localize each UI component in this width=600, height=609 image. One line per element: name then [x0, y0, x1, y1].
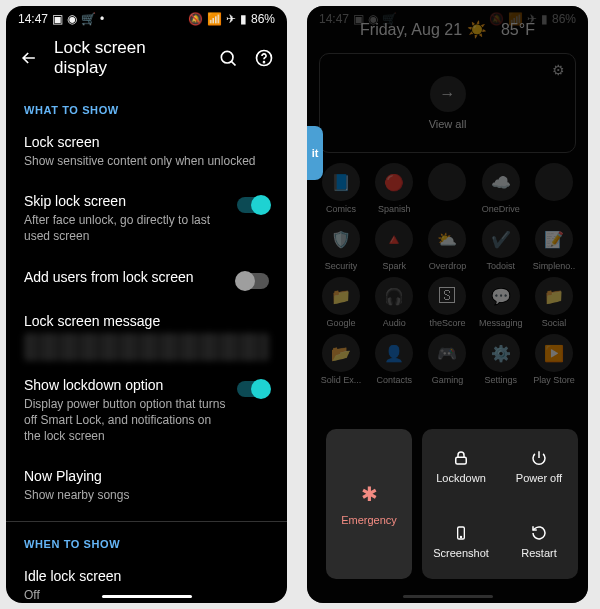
app-icon: 📁 [322, 277, 360, 315]
app-solid-ex-[interactable]: 📂 Solid Ex... [316, 334, 366, 385]
app-icon: 🔴 [375, 163, 413, 201]
page-title: Lock screen display [54, 38, 203, 78]
app-messaging[interactable]: 💬 Messaging [476, 277, 526, 328]
emergency-button[interactable]: ✱ Emergency [326, 429, 412, 579]
app-label: Gaming [432, 375, 464, 385]
app-blank [529, 163, 579, 214]
gesture-nav-bar[interactable] [102, 595, 192, 598]
power-off-label: Power off [516, 472, 562, 484]
app-simpleno-[interactable]: 📝 Simpleno.. [529, 220, 579, 271]
toggle-add-users[interactable] [237, 273, 269, 289]
app-spark[interactable]: 🔺 Spark [369, 220, 419, 271]
app-gaming[interactable]: 🎮 Gaming [422, 334, 472, 385]
side-tab[interactable]: it [307, 126, 323, 180]
app-spanish[interactable]: 🔴 Spanish [369, 163, 419, 214]
toggle-show-lockdown[interactable] [237, 381, 269, 397]
setting-title: Skip lock screen [24, 193, 227, 209]
temp-text: 85°F [501, 21, 535, 38]
back-button[interactable] [18, 47, 40, 69]
app-label: theScore [429, 318, 465, 328]
svg-point-2 [264, 62, 265, 63]
app-security[interactable]: 🛡️ Security [316, 220, 366, 271]
app-play-store[interactable]: ▶️ Play Store [529, 334, 579, 385]
app-icon: 📘 [322, 163, 360, 201]
setting-title: Idle lock screen [24, 568, 269, 584]
screenshot-label: Screenshot [433, 547, 489, 559]
svg-point-5 [460, 536, 461, 537]
setting-title: Now Playing [24, 468, 269, 484]
date-text: Friday, Aug 21 [360, 21, 462, 38]
weather-icon: ☀️ [467, 21, 487, 38]
power-grid: Lockdown Power off Screenshot Restart [422, 429, 578, 579]
app-icon: 👤 [375, 334, 413, 372]
app-icon: ▶️ [535, 334, 573, 372]
app-audio[interactable]: 🎧 Audio [369, 277, 419, 328]
app-contacts[interactable]: 👤 Contacts [369, 334, 419, 385]
setting-lock-message[interactable]: Lock screen message [6, 303, 287, 331]
app-overdrop[interactable]: ⛅ Overdrop [422, 220, 472, 271]
lockdown-button[interactable]: Lockdown [422, 429, 500, 504]
more-icon: • [100, 12, 104, 26]
app-comics[interactable]: 📘 Comics [316, 163, 366, 214]
app-settings[interactable]: ⚙️ Settings [476, 334, 526, 385]
app-onedrive[interactable]: ☁️ OneDrive [476, 163, 526, 214]
app-label: Solid Ex... [321, 375, 362, 385]
app-label: Audio [383, 318, 406, 328]
screenshot-button[interactable]: Screenshot [422, 504, 500, 579]
app-icon [535, 163, 573, 201]
gesture-nav-bar[interactable] [403, 595, 493, 598]
asterisk-icon: ✱ [361, 482, 378, 506]
app-label: Overdrop [429, 261, 467, 271]
divider [6, 521, 287, 522]
app-label: Play Store [533, 375, 575, 385]
setting-sub: Show sensitive content only when unlocke… [24, 153, 269, 169]
setting-sub: Show nearby songs [24, 487, 269, 503]
app-todoist[interactable]: ✔️ Todoist [476, 220, 526, 271]
wifi-icon: 📶 [207, 12, 222, 26]
restart-label: Restart [521, 547, 556, 559]
glance-widget[interactable]: ⚙ → View all [319, 53, 576, 153]
dnd-icon: 🔕 [188, 12, 203, 26]
date-widget[interactable]: Friday, Aug 21 ☀️ 85°F [313, 6, 582, 47]
status-battery: 86% [251, 12, 275, 26]
app-social[interactable]: 📁 Social [529, 277, 579, 328]
setting-lock-screen[interactable]: Lock screen Show sensitive content only … [6, 124, 287, 183]
app-google[interactable]: 📁 Google [316, 277, 366, 328]
view-all-button[interactable]: → View all [429, 76, 467, 130]
search-button[interactable] [217, 47, 239, 69]
app-icon: ⚙️ [482, 334, 520, 372]
app-icon: 🔺 [375, 220, 413, 258]
app-icon: 🅂 [428, 277, 466, 315]
toggle-skip-lock-screen[interactable] [237, 197, 269, 213]
setting-now-playing[interactable]: Now Playing Show nearby songs [6, 458, 287, 517]
app-label: Spanish [378, 204, 411, 214]
status-bar: 14:47 ▣ ◉ 🛒 • 🔕 📶 ✈ ▮ 86% [6, 6, 287, 28]
view-all-label: View all [429, 118, 467, 130]
redacted-message-value [24, 333, 269, 361]
power-off-button[interactable]: Power off [500, 429, 578, 504]
setting-add-users[interactable]: Add users from lock screen [6, 259, 287, 303]
battery-icon: ▮ [240, 12, 247, 26]
dot-icon: ◉ [67, 12, 77, 26]
help-button[interactable] [253, 47, 275, 69]
app-label: Simpleno.. [533, 261, 576, 271]
gear-icon[interactable]: ⚙ [552, 62, 565, 78]
setting-skip-lock-screen[interactable]: Skip lock screen After face unlock, go d… [6, 183, 287, 258]
setting-show-lockdown[interactable]: Show lockdown option Display power butto… [6, 367, 287, 459]
app-label: Comics [326, 204, 356, 214]
svg-rect-3 [456, 457, 467, 464]
setting-title: Add users from lock screen [24, 269, 227, 285]
app-bar: Lock screen display [6, 28, 287, 92]
app-icon: ☁️ [482, 163, 520, 201]
home-with-power-menu: 14:47 ▣ ◉ 🛒 🔕 📶 ✈ ▮ 86% Friday, Aug 21 ☀… [307, 6, 588, 603]
app-icon [428, 163, 466, 201]
power-icon [530, 449, 548, 467]
arrow-right-icon: → [430, 76, 466, 112]
app-thescore[interactable]: 🅂 theScore [422, 277, 472, 328]
setting-sub: After face unlock, go directly to last u… [24, 212, 227, 244]
lock-icon [452, 449, 470, 467]
app-label: Security [325, 261, 358, 271]
twitch-icon: ▣ [52, 12, 63, 26]
restart-button[interactable]: Restart [500, 504, 578, 579]
setting-title: Lock screen message [24, 313, 269, 329]
